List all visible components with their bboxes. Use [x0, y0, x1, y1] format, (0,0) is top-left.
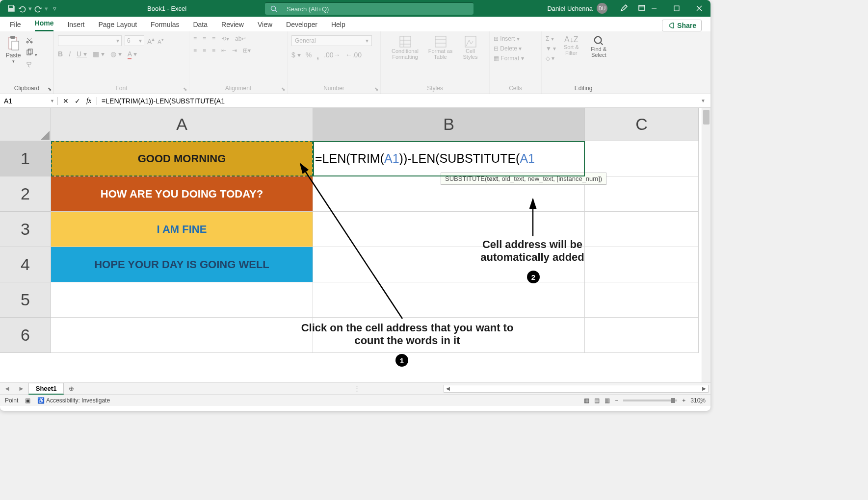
pen-icon[interactable]	[620, 4, 628, 13]
row-header-1[interactable]: 1	[0, 141, 51, 176]
fx-icon[interactable]: fx	[86, 97, 91, 105]
font-name-selector[interactable]: ▾	[58, 35, 122, 46]
increase-font-icon[interactable]: A▴	[147, 36, 155, 46]
cell-b5[interactable]	[313, 282, 585, 318]
borders-icon[interactable]: ▦ ▾	[93, 50, 105, 58]
enter-formula-icon[interactable]: ✓	[75, 97, 80, 105]
expand-formula-bar-icon[interactable]: ▼	[701, 98, 710, 103]
col-header-a[interactable]: A	[51, 108, 313, 141]
cell-a4[interactable]: HOPE YOUR DAY IS GOING WELL	[51, 247, 313, 282]
tab-file[interactable]: File	[10, 21, 21, 31]
align-center-icon[interactable]: ≡	[203, 47, 206, 54]
cell-a2[interactable]: HOW ARE YOU DOING TODAY?	[51, 176, 313, 212]
font-launcher-icon[interactable]: ⬊	[183, 86, 187, 92]
increase-indent-icon[interactable]: ⇥	[232, 47, 237, 54]
row-header-6[interactable]: 6	[0, 318, 51, 353]
number-launcher-icon[interactable]: ⬊	[374, 86, 378, 92]
view-pagelayout-icon[interactable]: ▤	[594, 397, 600, 404]
tab-help[interactable]: Help	[331, 21, 345, 31]
decrease-indent-icon[interactable]: ⇤	[221, 47, 226, 54]
view-pagebreak-icon[interactable]: ▥	[605, 397, 610, 404]
cell-styles-button[interactable]: Cell Styles	[458, 35, 483, 60]
cell-a1[interactable]: GOOD MORNING	[51, 141, 313, 176]
zoom-slider[interactable]	[623, 400, 677, 401]
formula-input[interactable]: =LEN(TRIM(A1))-LEN(SUBSTITUTE(A1	[97, 97, 701, 105]
tab-view[interactable]: View	[258, 21, 272, 31]
format-as-table-button[interactable]: Format as Table	[425, 35, 456, 60]
cell-c6[interactable]	[585, 318, 699, 353]
tab-insert[interactable]: Insert	[67, 21, 84, 31]
macro-record-icon[interactable]: ▣	[25, 397, 30, 404]
redo-icon[interactable]	[34, 4, 43, 13]
copy-icon[interactable]: ▾	[26, 49, 37, 58]
comma-icon[interactable]: ,	[316, 51, 319, 61]
font-color-icon[interactable]: A ▾	[128, 50, 137, 58]
save-icon[interactable]	[7, 4, 16, 13]
align-middle-icon[interactable]: ≡	[203, 35, 206, 42]
zoom-out-icon[interactable]: −	[615, 397, 618, 404]
clipboard-launcher-icon[interactable]: ⬊	[48, 86, 52, 92]
tab-data[interactable]: Data	[193, 21, 208, 31]
find-select-button[interactable]: Find & Select	[586, 35, 611, 58]
cell-b1[interactable]: =LEN(TRIM(A1))-LEN(SUBSTITUTE(A1	[313, 141, 585, 176]
search-box[interactable]: Search (Alt+Q)	[265, 2, 473, 15]
redo-dropdown-icon[interactable]: ▾	[45, 5, 48, 12]
alignment-launcher-icon[interactable]: ⬊	[281, 86, 285, 92]
delete-cells-button[interactable]: ⊟ Delete ▾	[494, 45, 522, 52]
autosum-icon[interactable]: Σ ▾	[546, 35, 556, 42]
tab-page-layout[interactable]: Page Layout	[98, 21, 137, 31]
accounting-icon[interactable]: $ ▾	[291, 51, 301, 61]
sheet-nav-next-icon[interactable]: ►	[14, 385, 28, 392]
accessibility-status[interactable]: ♿ Accessibility: Investigate	[37, 397, 110, 404]
row-header-5[interactable]: 5	[0, 282, 51, 318]
conditional-formatting-button[interactable]: Conditional Formatting	[388, 35, 423, 60]
user-account[interactable]: Daniel Uchenna DU	[547, 3, 607, 14]
font-size-selector[interactable]: 6▾	[125, 35, 144, 46]
minimize-button[interactable]	[643, 0, 665, 17]
italic-button[interactable]: I	[69, 50, 71, 58]
cut-icon[interactable]	[26, 36, 37, 46]
sheet-nav-prev-icon[interactable]: ◄	[0, 385, 14, 392]
merge-icon[interactable]: ⊞▾	[243, 47, 251, 54]
add-sheet-icon[interactable]: ⊕	[64, 385, 79, 392]
cell-c5[interactable]	[585, 282, 699, 318]
col-header-c[interactable]: C	[585, 108, 699, 141]
wrap-text-icon[interactable]: ab↵	[235, 35, 246, 42]
format-cells-button[interactable]: ▦ Format ▾	[494, 55, 524, 62]
maximize-button[interactable]	[665, 0, 688, 17]
align-right-icon[interactable]: ≡	[212, 47, 215, 54]
increase-decimal-icon[interactable]: .00→	[324, 51, 340, 61]
percent-icon[interactable]: %	[306, 51, 312, 61]
align-left-icon[interactable]: ≡	[193, 47, 197, 54]
number-format-selector[interactable]: General▾	[291, 35, 372, 46]
cell-c1[interactable]	[585, 141, 699, 176]
cell-c2[interactable]	[585, 176, 699, 212]
fill-color-icon[interactable]: ◍ ▾	[110, 50, 122, 58]
cell-a3[interactable]: I AM FINE	[51, 212, 313, 247]
cell-a5[interactable]	[51, 282, 313, 318]
tab-home[interactable]: Home	[35, 19, 54, 31]
fill-icon[interactable]: ▼ ▾	[546, 45, 556, 52]
insert-cells-button[interactable]: ⊞ Insert ▾	[494, 35, 520, 42]
tab-developer[interactable]: Developer	[286, 21, 317, 31]
scroll-thumb[interactable]	[703, 110, 710, 125]
clear-icon[interactable]: ◇ ▾	[546, 55, 556, 62]
cell-b2[interactable]: SUBSTITUTE(text, old_text, new_text, [in…	[313, 176, 585, 212]
horizontal-scrollbar[interactable]: ◄►	[444, 385, 709, 393]
share-button[interactable]: Share	[662, 20, 702, 31]
decrease-font-icon[interactable]: A▾	[158, 37, 163, 45]
vertical-scrollbar[interactable]	[702, 108, 710, 382]
align-bottom-icon[interactable]: ≡	[212, 35, 215, 42]
decrease-decimal-icon[interactable]: ←.00	[345, 51, 362, 61]
row-header-4[interactable]: 4	[0, 247, 51, 282]
zoom-in-icon[interactable]: +	[682, 397, 685, 404]
row-header-3[interactable]: 3	[0, 212, 51, 247]
row-header-2[interactable]: 2	[0, 176, 51, 212]
name-box[interactable]: A1▼	[0, 97, 58, 105]
view-normal-icon[interactable]: ▦	[584, 397, 589, 404]
select-all-button[interactable]	[0, 108, 51, 141]
qat-customize-icon[interactable]: ▿	[50, 5, 56, 12]
collapse-ribbon-icon[interactable]: ⌃	[699, 401, 704, 408]
close-button[interactable]	[688, 0, 710, 17]
sheet-tab-1[interactable]: Sheet1	[28, 383, 64, 395]
